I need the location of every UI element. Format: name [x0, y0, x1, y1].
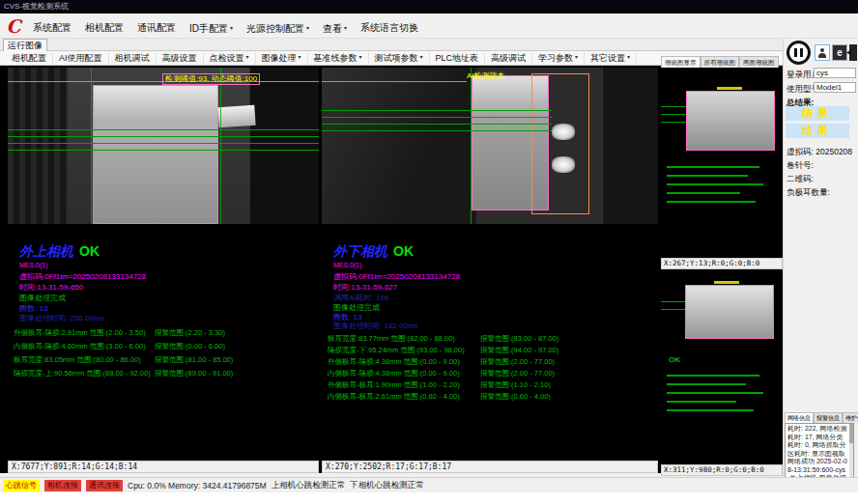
measure-row: 隔膜宽度-下:95.24mm 范围:(93.00 - 98.00)报警范围:(9…: [322, 346, 658, 355]
app-logo-icon: C: [4, 15, 23, 37]
left-camera-image[interactable]: 检测阈值:93, 动态阈值:100: [8, 68, 319, 224]
tab-defect-display[interactable]: 瑕疵图显示: [661, 56, 701, 68]
small-view-top[interactable]: [661, 68, 783, 257]
toolbar-plc-address-table[interactable]: PLC地址表: [430, 52, 486, 65]
middle-green-line: [322, 110, 552, 111]
small-bottom-coord-status: X:311;Y:980;R:0;G:0;B:0: [661, 464, 783, 476]
left-result-ok: OK: [79, 243, 100, 259]
left-done-line: 图像处理完成: [19, 293, 66, 303]
small-view-bottom[interactable]: OK: [661, 270, 783, 463]
left-machinery-right: [249, 68, 319, 224]
small-bottom-yellow-mark: [714, 281, 739, 284]
toolbar-camera-debug[interactable]: 相机调试: [109, 52, 157, 65]
left-camera-title: 外上相机OK: [19, 243, 100, 261]
middle-machinery-left: [322, 68, 476, 224]
measure-row: 极耳宽度:83.77mm 范围:(82.00 - 88.00)报警范围:(83.…: [322, 334, 658, 344]
middle-mes-line: MES:0(1): [333, 262, 362, 268]
middle-green-line: [322, 117, 552, 118]
small-top-text-line: [667, 183, 763, 185]
info-tab-strip: 网络信息 报警信息 维护信息: [785, 412, 854, 423]
cpu-memory-text: Cpu: 0.0% Memory: 3424.41796875M: [128, 481, 267, 490]
heartbeat-badge: 心跳信号: [3, 480, 40, 491]
user-button[interactable]: [815, 44, 830, 61]
exit-button[interactable]: ◄: [849, 44, 857, 61]
middle-camera-image[interactable]: AI检测版本: [322, 68, 658, 224]
toolbar-advanced-settings[interactable]: 高级设置: [157, 52, 204, 65]
toolbar-test-item-params[interactable]: 测试项参数▾: [369, 51, 430, 65]
measure-row: 隔膜宽度-上:90.56mm 范围:(88.00 - 92.00)报警范围:(8…: [8, 369, 319, 378]
middle-yellow-line: [322, 81, 467, 82]
menu-item-camera-config[interactable]: 相机配置: [79, 21, 129, 35]
menu-item-id-hand-config[interactable]: ID手配置▾: [184, 21, 239, 35]
left-connector-tab: [217, 105, 255, 128]
dropdown-arrow-icon: ▾: [246, 54, 249, 60]
user-icon: [817, 48, 827, 59]
tab-maintenance-info[interactable]: 维护信息: [843, 412, 858, 423]
tab-network-info[interactable]: 网络信息: [785, 412, 814, 423]
tab-screen-defects[interactable]: 画面瑕疵图: [739, 56, 779, 68]
menu-item-light-control-config[interactable]: 光源控制配置▾: [241, 21, 315, 35]
middle-machinery-right: [602, 68, 658, 224]
bottom-camera-heartbeat-text: 下相机心跳检测正常: [350, 480, 424, 491]
top-camera-heartbeat-text: 上相机心跳检测正常: [272, 480, 346, 491]
left-green-vertical: [220, 68, 221, 224]
small-bottom-text-line: [667, 383, 746, 385]
small-bottom-ok: OK: [669, 355, 680, 364]
toolbar-baseline-params[interactable]: 基准线参数▾: [308, 51, 369, 65]
left-coord-status: X:7677;Y:891;R:14;G:14;B:14: [8, 461, 319, 473]
dropdown-arrow-icon: ▾: [306, 25, 309, 31]
tab-alarm-info[interactable]: 报警信息: [814, 412, 843, 423]
middle-orange-roi: [531, 73, 589, 214]
left-threshold-overlay: 检测阈值:93, 动态阈值:100: [162, 73, 260, 85]
left-mes-line: MES:0(1): [19, 262, 48, 268]
small-top-text-line: [667, 201, 756, 203]
dropdown-arrow-icon: ▾: [627, 54, 630, 60]
tab-all-defects[interactable]: 所有瑕疵图: [701, 56, 740, 68]
login-user-input[interactable]: cys: [814, 68, 856, 78]
middle-green-line: [322, 130, 552, 131]
left-process-time-line: 图像处理时间: 256.00ms: [19, 313, 104, 323]
menu-item-system-config[interactable]: 系统配置: [27, 21, 77, 35]
small-top-coord-status: X:267;Y:13;R:0;G:0;B:0: [661, 258, 783, 269]
dropdown-arrow-icon: ▾: [575, 54, 578, 60]
measure-row: 内侧极耳-隔膜:4.60mm 范围:(3.00 - 6.00)报警范围:(0.0…: [8, 342, 319, 351]
menu-item-language-switch[interactable]: 系统语言切换: [355, 21, 424, 35]
middle-highlight-blob: [552, 124, 575, 140]
exit-arrow-icon: ◄: [844, 49, 853, 56]
pause-button[interactable]: [786, 41, 811, 65]
log-scrollbar-thumb[interactable]: [849, 424, 853, 443]
small-top-green-line: [661, 114, 686, 115]
middle-green-line: [322, 124, 552, 125]
model-input[interactable]: Model1: [814, 82, 856, 93]
measure-row: 极耳宽度:83.05mm 范围:(80.00 - 86.00)报警范围:(81.…: [8, 355, 319, 365]
middle-green-vertical: [471, 68, 472, 224]
middle-barcode-line: 虚拟码:0Ff1im=20250208133134728: [333, 271, 460, 282]
app-window: CVS-视觉检测系统 C 系统配置 相机配置 通讯配置 ID手配置▾ 光源控制配…: [0, 0, 858, 504]
toolbar-advanced-debug[interactable]: 高级调试: [485, 52, 532, 65]
tab-run-image[interactable]: 运行图像: [3, 39, 47, 51]
toolbar-image-processing[interactable]: 图像处理▾: [256, 51, 308, 65]
menu: 系统配置 相机配置 通讯配置 ID手配置▾ 光源控制配置▾ 查看▾ 系统语言切换: [27, 21, 424, 35]
menu-item-view[interactable]: 查看▾: [317, 21, 353, 35]
measure-row: 外侧极耳-隔膜:2.91mm 范围:(2.00 - 3.50)报警范围:(2.2…: [8, 328, 319, 338]
defect-tab-strip: 瑕疵图显示 所有瑕疵图 画面瑕疵图: [661, 56, 783, 68]
menu-item-comm-config[interactable]: 通讯配置: [131, 21, 182, 35]
titlebar: CVS-视觉检测系统: [0, 0, 858, 14]
toolbar-other-settings[interactable]: 其它设置▾: [585, 51, 637, 65]
middle-time-line: 时间:13-31-59-627: [333, 282, 397, 293]
toolbar-spot-check-settings[interactable]: 点检设置▾: [204, 51, 256, 65]
small-bottom-image: [685, 285, 774, 339]
toolbar-ai-usage-config[interactable]: AI使用配置: [53, 52, 109, 65]
middle-coord-status: X:270;Y:2502;R:17;G:17;B:17: [322, 461, 658, 473]
left-time-line: 时间:13-31-59-650: [19, 282, 83, 293]
small-bottom-green-line: [661, 301, 685, 302]
dropdown-arrow-icon: ▾: [420, 54, 423, 60]
toolbar-learning-params[interactable]: 学习参数▾: [532, 51, 585, 65]
status-bar: 心跳信号 相机连接 通讯连接 Cpu: 0.0% Memory: 3424.41…: [0, 477, 858, 492]
toolbar-camera-config[interactable]: 相机配置: [6, 52, 53, 65]
neg-tab-count-label: 负极耳数量:: [786, 187, 830, 199]
measure-row: 外侧极耳-隔膜:4.38mm 范围:(0.00 - 9.00)报警范围:(2.0…: [322, 357, 658, 367]
virtual-code-label: 虚拟码: 20250208: [786, 147, 852, 158]
left-barcode-line: 虚拟码:0Ff1im=20250208133134728: [19, 271, 146, 282]
left-green-line: [8, 136, 319, 137]
